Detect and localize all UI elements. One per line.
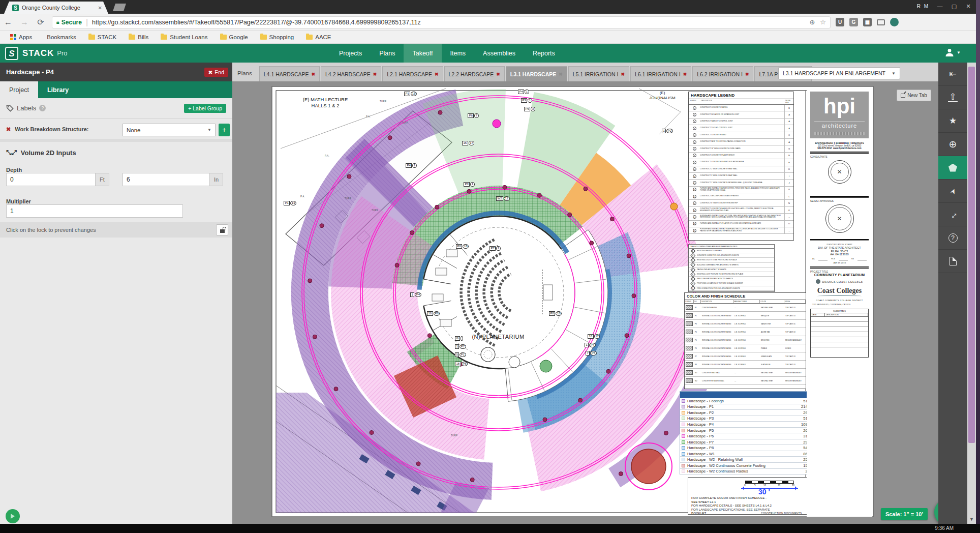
bookmark-item[interactable]: Bills (124, 31, 154, 43)
callout-tag[interactable]: 18 P6 (455, 362, 468, 366)
window-minimize-button[interactable]: — (936, 3, 943, 9)
callout-tag[interactable]: P6 7 (468, 113, 479, 118)
bookmark-item[interactable]: Apps (5, 31, 37, 43)
toolbar-tool[interactable] (938, 156, 967, 180)
toolbar-tool[interactable] (938, 86, 967, 109)
callout-tag[interactable]: P4 1 (406, 163, 417, 168)
browser-profile-button[interactable]: R M (917, 4, 929, 9)
toolbar-tool[interactable] (938, 180, 967, 203)
window-close-button[interactable]: ✕ (965, 3, 972, 10)
toolbar-tool[interactable] (938, 133, 967, 156)
close-icon[interactable]: ✖ (496, 72, 500, 77)
stack-brand[interactable]: S STACK Pro (5, 47, 68, 60)
extension-icon-4[interactable] (890, 18, 899, 26)
scale-badge[interactable]: Scale: 1" = 10' (881, 508, 928, 520)
toolbar-tool[interactable] (938, 109, 967, 133)
toolbar-tool[interactable] (938, 63, 967, 86)
takeoff-canvas[interactable]: (E) MATH LECTURE HALLS 1 & 2 (E) JOURNAL… (232, 81, 938, 524)
add-wbs-button[interactable]: + (219, 124, 230, 136)
callout-tag[interactable]: 1 P4 (410, 292, 421, 297)
url-text[interactable]: https://go.stackct.com/assemblies/#/Take… (92, 19, 804, 26)
back-icon[interactable]: ← (0, 18, 16, 27)
close-icon[interactable]: ✖ (435, 72, 439, 77)
bookmark-item[interactable]: Google (215, 31, 253, 43)
callout-tag[interactable]: 5 P1 (455, 352, 466, 357)
close-icon[interactable]: ✖ (559, 72, 563, 77)
plan-tab[interactable]: L4.2 HARDSCAPE ✖ (321, 66, 381, 81)
lock-button[interactable] (216, 224, 228, 235)
callout-tag[interactable]: 16 P8 (427, 311, 440, 316)
end-button[interactable]: ✖ End (204, 68, 229, 77)
window-maximize-button[interactable]: ▢ (951, 3, 958, 10)
sidebar-tab[interactable]: Project (0, 81, 38, 98)
nav-item[interactable]: Takeoff (404, 44, 441, 63)
plan-tab[interactable]: L3.1 HARDSCAPE ✖ (506, 66, 567, 81)
user-menu[interactable]: ▼ (944, 47, 961, 57)
remove-icon[interactable]: ✖ (6, 126, 11, 133)
callout-tag[interactable]: 7 P6 (586, 351, 597, 356)
nav-item[interactable]: Assemblies (474, 44, 524, 63)
depth-inches-input[interactable] (122, 173, 210, 186)
refresh-icon[interactable]: ⟳ (33, 17, 49, 27)
callout-tag[interactable]: 1 P2 (662, 129, 673, 133)
add-label-group-button[interactable]: + Label Group (184, 104, 226, 113)
callout-tag[interactable]: 1 P4 (585, 343, 596, 347)
plan-tab[interactable]: L6.2 IRRIGATION I ✖ (692, 66, 753, 81)
callout-tag[interactable]: P8 18 (549, 311, 562, 316)
plan-tab[interactable]: L6.1 IRRIGATION I ✖ (630, 66, 691, 81)
forward-icon[interactable]: → (16, 18, 33, 27)
depth-feet-input[interactable] (6, 173, 96, 186)
bookmark-item[interactable]: Shopping (255, 31, 299, 43)
scroll-down-arrow-icon[interactable]: ▼ (967, 515, 976, 524)
vertical-scrollbar[interactable]: ▼ (967, 63, 976, 524)
new-tab-button[interactable]: New Tab (897, 90, 931, 101)
scrollbar-thumb[interactable] (968, 67, 975, 443)
bookmark-item[interactable]: AACE (301, 31, 336, 43)
wbs-select[interactable]: None ▼ (122, 124, 216, 136)
callout-tag[interactable]: P6 3 (524, 107, 535, 111)
new-tab-stub[interactable] (113, 4, 126, 11)
tab-close-icon[interactable]: ✕ (98, 5, 102, 11)
callout-tag[interactable]: P1 13 (284, 201, 296, 205)
extension-icon-1[interactable]: U (836, 18, 844, 26)
plan-tab[interactable]: L2.2 HARDSCAPE ✖ (444, 66, 505, 81)
browser-tab[interactable]: S Orange County College ✕ (4, 2, 108, 14)
close-icon[interactable]: ✖ (683, 72, 687, 77)
plan-tab[interactable]: L4.1 HARDSCAPE ✖ (259, 66, 320, 81)
nav-item[interactable]: Plans (371, 44, 404, 63)
nav-item[interactable]: Reports (524, 44, 564, 63)
bookmark-star-icon[interactable]: ☆ (820, 18, 826, 26)
callout-tag[interactable]: P4 1 (518, 90, 529, 94)
sidebar-tab[interactable]: Library (38, 81, 78, 98)
address-bar[interactable]: 🔒︎ Secure | https://go.stackct.com/assem… (52, 16, 831, 28)
callout-tag[interactable]: P7 1 (489, 246, 501, 251)
close-icon[interactable]: ✖ (373, 72, 377, 77)
help-circle-icon[interactable]: ? (39, 105, 46, 111)
callout-tag[interactable]: 16 17 (588, 334, 600, 339)
multiplier-input[interactable] (6, 204, 183, 218)
extension-icon-2[interactable]: G (849, 18, 858, 26)
plan-tab[interactable]: L5.1 IRRIGATION I ✖ (568, 66, 629, 81)
zoom-page-icon[interactable]: ⊕ (809, 18, 815, 26)
callout-tag[interactable]: P1 15 (404, 92, 417, 96)
callout-tag[interactable]: W2 12 (496, 196, 510, 201)
bookmark-item[interactable]: STACK (83, 31, 122, 43)
cast-icon[interactable] (877, 19, 885, 25)
nav-item[interactable]: Projects (330, 44, 371, 63)
close-icon[interactable]: ✖ (745, 72, 749, 77)
callout-tag[interactable]: G (455, 336, 463, 341)
close-icon[interactable]: ✖ (311, 72, 315, 77)
callout-tag[interactable]: 16 17 (462, 141, 474, 145)
toolbar-tool[interactable] (938, 203, 967, 226)
callout-tag[interactable]: 1 P7 (455, 344, 466, 349)
bookmark-item[interactable]: Bookmarks (39, 31, 81, 43)
callout-tag[interactable]: P3 1 (464, 182, 475, 187)
close-icon[interactable]: ✖ (621, 72, 625, 77)
extension-icon-3[interactable]: ▦ (863, 18, 872, 26)
video-play-button[interactable] (6, 509, 20, 523)
toolbar-tool[interactable] (938, 226, 967, 250)
nav-item[interactable]: Items (442, 44, 475, 63)
callout-tag[interactable]: P6 18 (456, 244, 469, 249)
callout-tag[interactable]: P3 1 (521, 98, 532, 103)
plan-tab[interactable]: L2.1 HARDSCAPE ✖ (382, 66, 443, 81)
